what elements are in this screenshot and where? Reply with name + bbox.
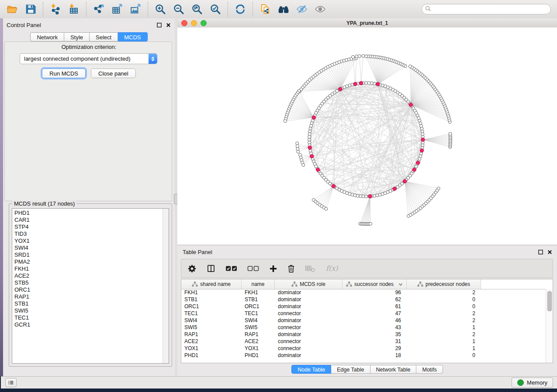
table-cell[interactable]: dominator [275, 296, 343, 303]
table-cell[interactable]: FKH1 [242, 289, 275, 296]
table-cell[interactable]: 0 [407, 352, 481, 358]
table-cell[interactable]: PHD1 [242, 352, 275, 358]
mcds-result-item[interactable]: CAR1 [12, 217, 169, 224]
task-history-button[interactable] [5, 378, 17, 387]
table-cell[interactable]: STB1 [242, 296, 275, 303]
table-cell[interactable]: 47 [343, 310, 407, 316]
table-cell[interactable]: 0 [407, 303, 481, 309]
table-scrollbar[interactable] [546, 289, 553, 363]
column-header-successor-nodes[interactable]: successor nodes [343, 279, 407, 289]
export-image-button[interactable] [126, 1, 145, 17]
table-cell[interactable]: connector [275, 310, 343, 316]
table-row[interactable]: ACE2ACE2connector311 [181, 338, 546, 345]
show-all-button[interactable] [311, 1, 329, 17]
table-cell[interactable]: 2 [407, 331, 481, 337]
network-window-titlebar[interactable]: YPA_prune.txt_1 [177, 18, 557, 28]
table-cell[interactable]: 29 [343, 345, 407, 351]
table-cell[interactable]: dominator [275, 331, 343, 337]
mcds-result-item[interactable]: ORC1 [12, 286, 169, 293]
tab-style[interactable]: Style [64, 32, 90, 41]
add-row-button[interactable] [269, 265, 277, 273]
run-mcds-button[interactable]: Run MCDS [42, 69, 86, 78]
table-cell[interactable]: 18 [343, 352, 407, 358]
column-header-predecessor-nodes[interactable]: predecessor nodes [407, 279, 481, 289]
table-cell[interactable]: 35 [343, 331, 407, 337]
table-cell[interactable]: 2 [407, 310, 481, 316]
table-row[interactable]: SWI4SWI4dominator462 [181, 317, 546, 324]
zoom-selected-button[interactable] [206, 1, 225, 17]
table-cell[interactable]: STB1 [181, 296, 242, 303]
table-cell[interactable]: dominator [275, 352, 343, 358]
close-panel-icon[interactable] [166, 22, 171, 28]
memory-button[interactable]: Memory [512, 378, 553, 388]
tab-select[interactable]: Select [90, 32, 118, 41]
table-row[interactable]: TEC1TEC1connector472 [181, 310, 546, 317]
table-cell[interactable]: RAP1 [242, 331, 275, 337]
table-cell[interactable]: connector [275, 345, 343, 351]
search-network-button[interactable] [274, 1, 293, 17]
column-view-button[interactable] [206, 264, 216, 273]
network-graph[interactable] [177, 28, 557, 244]
mcds-result-item[interactable]: SRD1 [12, 251, 169, 258]
import-network-button[interactable] [46, 1, 65, 17]
delete-row-button[interactable] [287, 264, 295, 273]
table-cell[interactable]: connector [275, 338, 343, 344]
table-cell[interactable]: TEC1 [181, 310, 242, 316]
zoom-in-button[interactable] [151, 1, 170, 17]
table-cell[interactable]: 2 [407, 289, 481, 296]
table-row[interactable]: RAP1RAP1dominator352 [181, 331, 546, 338]
gear-button[interactable] [187, 264, 197, 273]
zoom-out-button[interactable] [170, 1, 188, 17]
float-panel-icon[interactable] [156, 22, 162, 28]
table-cell[interactable]: ORC1 [242, 303, 275, 309]
mcds-result-item[interactable]: STP4 [12, 224, 169, 230]
mcds-result-item[interactable]: FKH1 [12, 265, 169, 272]
network-canvas[interactable] [177, 28, 557, 246]
mcds-result-item[interactable]: YOX1 [12, 237, 169, 244]
mcds-result-item[interactable]: ACE2 [12, 272, 169, 279]
open-folder-button[interactable] [3, 1, 21, 17]
float-table-panel-icon[interactable] [538, 249, 543, 255]
table-cell[interactable]: SWI5 [242, 324, 275, 330]
table-cell[interactable]: PHD1 [181, 352, 242, 358]
deselect-all-button[interactable] [247, 265, 259, 272]
table-cell[interactable]: TEC1 [242, 310, 275, 316]
table-scrollbar-thumb[interactable] [547, 291, 552, 311]
table-cell[interactable]: SWI4 [242, 317, 275, 323]
tab-network-table[interactable]: Network Table [370, 365, 417, 374]
table-row[interactable]: YOX1YOX1connector291 [181, 345, 546, 352]
table-cell[interactable]: 1 [407, 324, 481, 330]
tab-edge-table[interactable]: Edge Table [331, 365, 370, 374]
import-table-button[interactable] [65, 1, 83, 17]
clone-network-button[interactable] [256, 1, 274, 17]
table-cell[interactable]: dominator [275, 289, 343, 296]
export-network-button[interactable] [90, 1, 108, 17]
table-cell[interactable]: connector [275, 324, 343, 330]
table-cell[interactable]: FKH1 [181, 289, 242, 296]
hide-selected-button[interactable] [293, 1, 311, 17]
table-cell[interactable]: ACE2 [181, 338, 242, 344]
mcds-result-item[interactable]: RAP1 [12, 293, 169, 300]
criterion-dropdown[interactable]: largest connected component (undirected) [20, 53, 157, 64]
table-cell[interactable]: 62 [343, 296, 407, 303]
table-cell[interactable]: SWI5 [181, 324, 242, 330]
mcds-result-item[interactable]: STB5 [12, 279, 169, 286]
table-cell[interactable]: 1 [407, 338, 481, 344]
table-cell[interactable]: SWI4 [181, 317, 242, 323]
mcds-result-item[interactable]: SWI4 [12, 244, 169, 251]
table-cell[interactable]: 31 [343, 338, 407, 344]
tab-network[interactable]: Network [30, 32, 64, 41]
tab-mcds[interactable]: MCDS [118, 32, 147, 41]
refresh-button[interactable] [231, 1, 249, 17]
table-cell[interactable]: dominator [275, 317, 343, 323]
tab-node-table[interactable]: Node Table [291, 365, 331, 374]
save-button[interactable] [21, 1, 40, 17]
column-header-MCDS-role[interactable]: MCDS role [275, 279, 343, 289]
table-cell[interactable]: RAP1 [181, 331, 242, 337]
search-input[interactable] [422, 4, 551, 14]
mcds-result-item[interactable]: PHD1 [12, 210, 169, 217]
table-cell[interactable]: 96 [343, 289, 407, 296]
table-row[interactable]: STB1STB1dominator620 [181, 296, 546, 303]
result-list-scrollbar[interactable] [163, 209, 169, 363]
table-row[interactable]: FKH1FKH1dominator962 [181, 289, 546, 296]
